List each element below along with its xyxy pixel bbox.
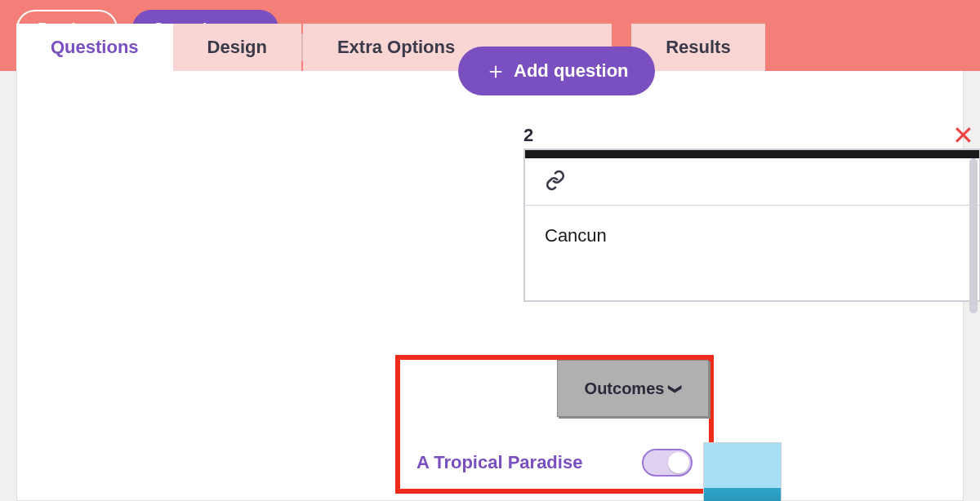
outcomes-highlight: Outcomes ❯ A Tropical Paradise [395,355,714,494]
question-card: Cancun [523,149,980,302]
toggle-knob [668,452,689,473]
outcome-toggle[interactable] [642,449,693,477]
question-topbar [525,150,979,158]
add-question-button[interactable]: ＋ Add question [458,47,655,95]
outcome-image-thumb[interactable] [703,442,782,501]
question-text-area[interactable]: Cancun [525,206,979,300]
tab-questions[interactable]: Questions [16,24,173,71]
outcomes-label: Outcomes [585,379,665,398]
scrollbar[interactable] [969,158,978,313]
close-icon[interactable]: ✕ [952,122,974,149]
link-icon[interactable] [545,170,566,194]
add-question-label: Add question [514,60,629,82]
outcome-item: A Tropical Paradise [416,443,693,482]
outcome-label: A Tropical Paradise [416,452,582,473]
content-area: ＋ Add question 2 ✕ Cancun Outcomes ❯ A T… [16,71,964,501]
question-number: 2 [523,125,533,146]
chevron-down-icon: ❯ [668,384,684,394]
question-text: Cancun [545,225,607,246]
outcomes-dropdown-button[interactable]: Outcomes ❯ [557,360,709,417]
question-header: 2 ✕ [520,122,978,149]
tab-design[interactable]: Design [173,24,301,71]
plus-icon: ＋ [484,60,507,82]
question-toolbar [525,158,979,206]
